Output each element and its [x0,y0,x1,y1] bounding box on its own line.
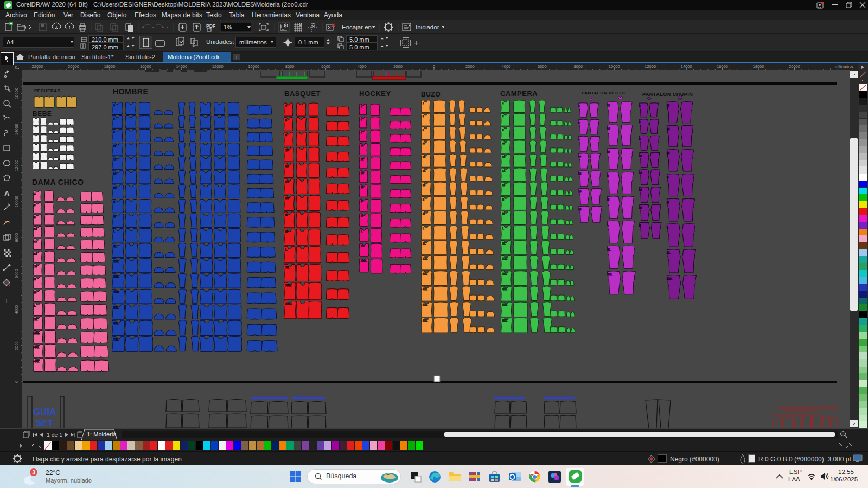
svg-text:18000: 18000 [753,64,764,69]
svg-text:16000: 16000 [140,64,151,69]
svg-text:10: 10 [578,155,581,158]
svg-text:XL: XL [113,245,117,248]
svg-text:12: 12 [607,104,610,107]
svg-text:14000: 14000 [176,64,187,69]
svg-text:M: M [361,214,363,217]
svg-text:4000: 4000 [358,64,367,69]
svg-text:L: L [423,227,424,230]
svg-text:milímetros: milímetros [835,64,854,69]
svg-text:CAMPERA: CAMPERA [500,89,538,98]
svg-text:XL: XL [361,244,365,247]
svg-text:4XL: 4XL [34,359,40,363]
svg-text:6000: 6000 [14,269,19,278]
svg-text:6: 6 [285,119,287,122]
svg-text:XXL: XXL [361,259,367,262]
svg-text:16: 16 [285,196,289,200]
svg-text:XL: XL [34,318,37,321]
svg-text:12: 12 [667,104,670,107]
svg-text:L: L [285,248,288,251]
svg-text:8000: 8000 [573,64,583,69]
svg-text:16000: 16000 [717,64,728,69]
svg-text:PECHERAS: PECHERAS [34,88,61,93]
svg-text:14000: 14000 [14,124,19,135]
svg-text:A: A [4,189,10,197]
svg-text:20000: 20000 [789,64,800,69]
svg-text:4XL: 4XL [502,288,507,291]
svg-text:6XL: 6XL [502,319,507,322]
svg-text:M: M [113,215,116,218]
svg-text:10000: 10000 [609,64,620,69]
svg-text:3XL: 3XL [34,345,39,349]
svg-text:14: 14 [667,128,670,131]
svg-text:S: S [502,198,504,201]
svg-text:10000: 10000 [14,196,19,207]
svg-text:XL: XL [607,248,610,251]
svg-text:XXL: XXL [423,258,427,260]
svg-text:14: 14 [607,127,610,130]
svg-text:S: S [639,224,641,227]
svg-text:8000: 8000 [285,64,295,69]
svg-text:PANTALON RECTO: PANTALON RECTO [582,91,625,95]
svg-text:Iniciador: Iniciador [416,24,439,30]
svg-text:L: L [667,226,668,229]
svg-text:M: M [502,213,505,215]
svg-text:10: 10 [639,155,642,157]
svg-text:10: 10 [423,142,425,145]
svg-text:DAMA CHICO: DAMA CHICO [32,178,84,187]
svg-text:1%: 1% [224,24,232,30]
svg-text:14: 14 [423,170,425,172]
svg-text:6000: 6000 [321,64,330,69]
svg-text:3XL: 3XL [502,273,507,275]
svg-text:PANTALON CHUPIN: PANTALON CHUPIN [642,92,693,97]
svg-text:L: L [34,305,36,307]
svg-text:5XL: 5XL [113,306,119,309]
svg-text:14: 14 [578,190,582,193]
svg-text:XXL: XXL [34,331,40,335]
svg-text:8: 8 [113,131,115,133]
svg-text:12000: 12000 [14,160,19,171]
svg-text:7XL: 7XL [113,338,119,341]
svg-text:XL: XL [502,242,506,245]
svg-text:12: 12 [423,156,425,158]
svg-text:16: 16 [113,187,117,189]
svg-text:10: 10 [113,145,117,147]
svg-text:18000: 18000 [104,64,116,69]
svg-text:BASQUET: BASQUET [284,89,321,98]
svg-text:Encajar en: Encajar en [342,24,372,30]
svg-text:12000: 12000 [212,64,224,69]
svg-text:20000: 20000 [68,64,79,69]
svg-text:HOCKEY: HOCKEY [359,89,391,98]
svg-text:14000: 14000 [681,64,692,69]
svg-text:XXL: XXL [667,277,672,280]
svg-text:M: M [423,213,425,215]
svg-text:S: S [667,176,668,179]
svg-text:5XL: 5XL [502,304,507,306]
svg-text:BEBE: BEBE [33,110,52,118]
svg-text:SET: SET [35,418,54,428]
svg-text:S: S [423,198,424,201]
svg-text:6XL: 6XL [423,319,427,322]
svg-text:12: 12 [578,172,582,175]
svg-text:6XL: 6XL [113,322,119,325]
svg-text:BUZO: BUZO [421,91,441,98]
svg-text:L: L [361,229,362,233]
svg-text:4000: 4000 [502,64,511,69]
svg-text:GUIA: GUIA [33,407,56,417]
svg-text:4000: 4000 [14,305,19,314]
svg-text:16000: 16000 [14,88,19,99]
svg-text:14: 14 [639,189,642,191]
svg-text:12: 12 [639,171,642,174]
svg-text:M: M [667,201,669,204]
svg-text:XL: XL [667,251,670,254]
svg-text:4XL: 4XL [423,288,427,291]
svg-text:12: 12 [34,240,37,243]
svg-text:8: 8 [285,134,287,137]
svg-text:S: S [285,213,288,216]
svg-text:16: 16 [423,184,425,187]
svg-text:12: 12 [502,156,505,158]
svg-text:L: L [113,229,115,233]
svg-text:XXL: XXL [285,284,292,287]
svg-text:3XL: 3XL [285,301,291,305]
svg-text:M: M [285,230,288,233]
svg-text:3XL: 3XL [113,275,119,278]
